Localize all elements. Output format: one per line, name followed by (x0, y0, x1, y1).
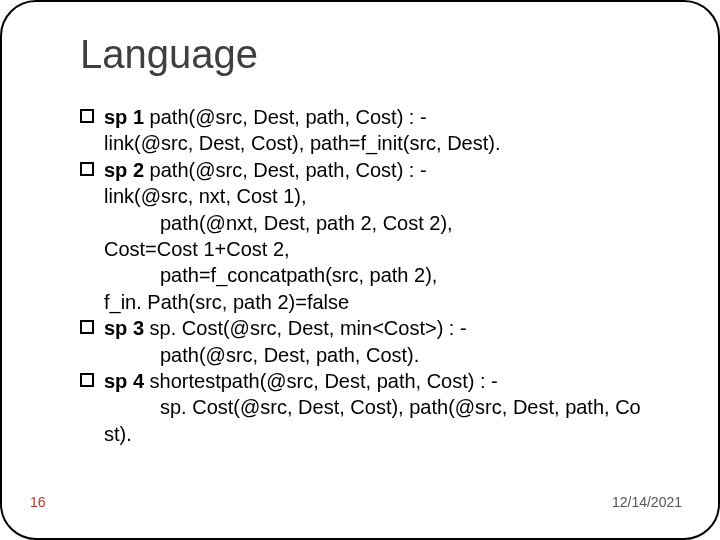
rule-sp2-body2: path(@nxt, Dest, path 2, Cost 2), (80, 210, 658, 236)
bullet-icon (80, 320, 94, 334)
slide-title: Language (80, 32, 258, 77)
rule-sp3-head: sp 3 sp. Cost(@src, Dest, min<Cost>) : - (80, 315, 658, 341)
rule-sp3-body1: path(@src, Dest, path, Cost). (80, 342, 658, 368)
slide-date: 12/14/2021 (612, 494, 682, 510)
rule-sp2-head: sp 2 path(@src, Dest, path, Cost) : - (80, 157, 658, 183)
rule-head-text: shortestpath(@src, Dest, path, Cost) : - (144, 370, 498, 392)
rule-sp2-body4: path=f_concatpath(src, path 2), (80, 262, 658, 288)
rule-sp4-body1: sp. Cost(@src, Dest, Cost), path(@src, D… (80, 394, 658, 420)
slide-body: sp 1 path(@src, Dest, path, Cost) : - li… (80, 104, 658, 447)
rule-label: sp 2 (104, 159, 144, 181)
rule-head-text: path(@src, Dest, path, Cost) : - (144, 106, 427, 128)
rule-head-text: sp. Cost(@src, Dest, min<Cost>) : - (144, 317, 467, 339)
rule-sp2-body3: Cost=Cost 1+Cost 2, (80, 236, 658, 262)
bullet-icon (80, 109, 94, 123)
rule-sp4-body2: st). (80, 421, 658, 447)
bullet-icon (80, 162, 94, 176)
bullet-icon (80, 373, 94, 387)
rule-head-text: path(@src, Dest, path, Cost) : - (144, 159, 427, 181)
rule-sp1-body: link(@src, Dest, Cost), path=f_init(src,… (80, 130, 658, 156)
rule-label: sp 3 (104, 317, 144, 339)
page-number: 16 (30, 494, 46, 510)
rule-label: sp 4 (104, 370, 144, 392)
slide-frame: Language sp 1 path(@src, Dest, path, Cos… (0, 0, 720, 540)
rule-label: sp 1 (104, 106, 144, 128)
rule-sp1-head: sp 1 path(@src, Dest, path, Cost) : - (80, 104, 658, 130)
rule-sp2-body5: f_in. Path(src, path 2)=false (80, 289, 658, 315)
rule-sp2-body1: link(@src, nxt, Cost 1), (80, 183, 658, 209)
rule-sp4-head: sp 4 shortestpath(@src, Dest, path, Cost… (80, 368, 658, 394)
